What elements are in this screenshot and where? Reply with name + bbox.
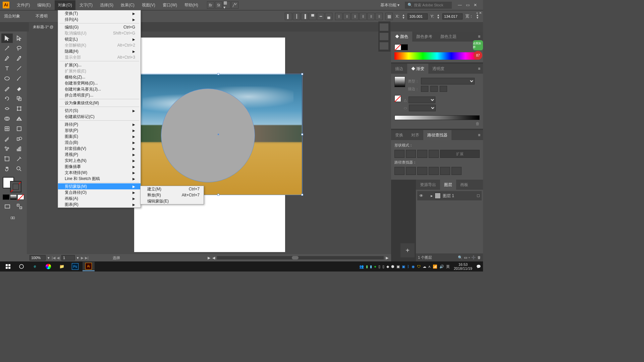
trim-icon[interactable]: [406, 167, 416, 175]
start-button[interactable]: [2, 262, 14, 271]
menu-item[interactable]: 图案(E)▶: [58, 133, 141, 139]
security-icon[interactable]: 🛡: [417, 264, 421, 268]
people-icon[interactable]: 👥: [359, 264, 364, 269]
cortana-icon[interactable]: [15, 262, 28, 271]
hand-tool[interactable]: [1, 164, 13, 174]
menu-item[interactable]: 栅格化(Z)...: [58, 74, 141, 80]
menu-item[interactable]: 复合路径(O)▶: [58, 189, 141, 195]
search-stock-input[interactable]: 🔍 搜索 Adobe Stock: [405, 2, 452, 9]
menu-item[interactable]: 形状(P)▶: [58, 127, 141, 133]
wifi-icon[interactable]: 📶: [433, 264, 437, 269]
tray-icon-3[interactable]: ▯: [378, 264, 380, 269]
lasso-tool[interactable]: [13, 44, 25, 53]
x-stepper-icon[interactable]: ▲▼: [402, 14, 405, 19]
tab-align[interactable]: 对齐: [407, 130, 423, 140]
menu-select[interactable]: 选择(S): [97, 0, 117, 10]
visibility-icon[interactable]: 👁: [419, 193, 423, 198]
aspect-select[interactable]: [409, 105, 436, 111]
stock-icon[interactable]: St: [215, 1, 222, 9]
menu-item[interactable]: 剪切蒙版(M)▶: [58, 183, 141, 189]
edge-icon[interactable]: e: [29, 262, 41, 271]
ellipse-tool[interactable]: [1, 74, 13, 83]
notifications-icon[interactable]: 💬: [476, 264, 481, 269]
menu-edit[interactable]: 编辑(E): [34, 0, 54, 10]
volume-icon[interactable]: 🔊: [439, 264, 444, 269]
dist-5-icon[interactable]: ⫴: [367, 13, 375, 20]
pencil-tool[interactable]: [1, 84, 13, 93]
workspace-switcher[interactable]: 基本功能 ▾: [378, 1, 402, 9]
menu-item[interactable]: 封套扭曲(V)▶: [58, 145, 141, 152]
blend-tool[interactable]: [13, 134, 25, 143]
gradient-swap-icon[interactable]: [394, 95, 401, 102]
menu-item[interactable]: 图表(R)▶: [58, 201, 141, 207]
target-icon[interactable]: [477, 194, 480, 197]
window-maximize[interactable]: ▭: [466, 3, 470, 7]
first-page-icon[interactable]: |◀: [52, 256, 55, 260]
menu-view[interactable]: 视图(V): [139, 0, 159, 10]
x-field[interactable]: [408, 13, 428, 19]
menu-item[interactable]: 拼合透明度(F)...: [58, 92, 141, 98]
illustrator-icon[interactable]: Ai: [83, 262, 95, 271]
gradient-type-select[interactable]: [421, 78, 475, 84]
align-left-icon[interactable]: ▌: [285, 13, 292, 20]
divide-icon[interactable]: [394, 167, 405, 175]
scroll-left-icon[interactable]: ▶: [208, 256, 210, 260]
zoom-select[interactable]: 100%: [30, 255, 46, 260]
pen-tool[interactable]: [1, 54, 13, 63]
fill-stroke-swatch[interactable]: [1, 177, 25, 192]
menu-item[interactable]: 图像描摹▶: [58, 164, 141, 170]
y-field[interactable]: [442, 13, 463, 19]
gradient-slider[interactable]: [394, 115, 480, 120]
dist-3-icon[interactable]: ⫴: [351, 13, 359, 20]
make-clip-icon[interactable]: ▭: [464, 255, 467, 260]
menu-item[interactable]: Line 和 Sketch 图稿▶: [58, 176, 141, 182]
dist-6-icon[interactable]: ⫴: [375, 13, 383, 20]
bridge-icon[interactable]: Br: [207, 1, 214, 9]
screen-mode-icon[interactable]: [2, 202, 13, 211]
hscrollbar-thumb[interactable]: [292, 256, 299, 259]
tray-icon-8[interactable]: ▣: [402, 264, 405, 269]
type-tool[interactable]: [1, 64, 13, 73]
shape-builder-tool[interactable]: [1, 114, 13, 123]
ellipse-shape[interactable]: [161, 88, 255, 182]
tray-up-icon[interactable]: ʌ: [428, 264, 431, 269]
artboard-chevron[interactable]: ▾: [77, 256, 79, 260]
add-content-button[interactable]: +: [400, 243, 415, 257]
menu-item[interactable]: 路径(P)▶: [58, 121, 141, 127]
edit-mode-icon[interactable]: [14, 202, 25, 211]
arrange-docs-icon[interactable]: ▦ ▾: [223, 1, 230, 9]
document-tab[interactable]: 未标题-1* @: [29, 22, 57, 32]
dist-2-icon[interactable]: ⫴: [343, 13, 351, 20]
last-page-icon[interactable]: ▶|: [85, 256, 89, 260]
angle-select[interactable]: [409, 97, 435, 103]
perspective-grid-tool[interactable]: [13, 114, 25, 123]
menu-help[interactable]: 帮助(H): [181, 0, 202, 10]
free-transform-tool[interactable]: [13, 104, 25, 113]
tray-icon-9[interactable]: ◉: [412, 264, 415, 269]
tab-asset-export[interactable]: 资源导出: [416, 180, 440, 190]
new-sublayer-icon[interactable]: ▫: [469, 255, 470, 259]
ime-icon[interactable]: 英: [446, 264, 450, 269]
panel-menu-icon[interactable]: ≡: [475, 34, 483, 39]
minus-front-icon[interactable]: [406, 150, 416, 158]
minus-back-icon[interactable]: [451, 167, 462, 175]
tab-gradient[interactable]: ◆ 渐变: [407, 64, 428, 74]
color-mode-gradient[interactable]: [10, 194, 17, 200]
menu-item[interactable]: 创建裁切标记(C): [58, 114, 141, 120]
outline-icon[interactable]: [440, 167, 450, 175]
scroll-right-icon[interactable]: ◀: [212, 256, 215, 260]
collapsed-panel-2[interactable]: [380, 33, 388, 40]
gradient-tool[interactable]: [13, 124, 25, 133]
fill-none-swatch[interactable]: [394, 44, 401, 50]
menu-item[interactable]: 扩展(X)...: [58, 62, 141, 68]
expand-button[interactable]: 扩展: [440, 150, 480, 158]
stroke-along-icon[interactable]: [430, 86, 438, 92]
photoshop-icon[interactable]: Ps: [69, 262, 81, 271]
bluetooth-icon[interactable]: ᛒ: [407, 264, 410, 268]
collapsed-panel-3[interactable]: [380, 42, 388, 50]
expand-icon[interactable]: ▸: [431, 193, 433, 198]
draw-mode-icon[interactable]: [1, 213, 24, 223]
panel-menu-icon[interactable]: ≡: [475, 133, 483, 137]
line-tool[interactable]: [13, 64, 25, 73]
prev-page-icon[interactable]: ◀: [57, 256, 59, 260]
